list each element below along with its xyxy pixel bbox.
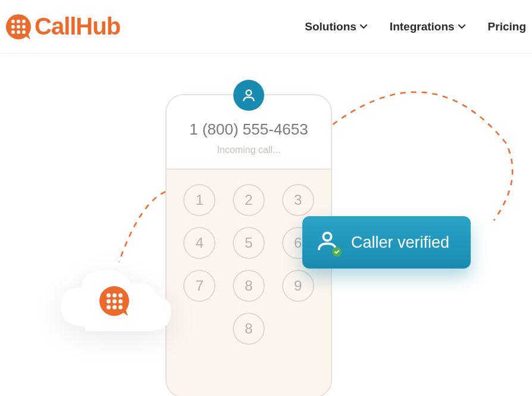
badge-label: Caller verified [351,233,449,252]
key-1[interactable]: 1 [183,184,215,216]
phone-number: 1 (800) 555-4653 [167,120,331,139]
chevron-down-icon [458,24,465,29]
nav-solutions[interactable]: Solutions [305,20,367,33]
key-2[interactable]: 2 [233,184,265,216]
key-last[interactable]: 8 [233,313,265,345]
hero-area: 1 (800) 555-4653 Incoming call... 1 2 3 … [0,54,532,390]
nav-label: Pricing [488,20,526,33]
checkmark-icon [332,247,342,257]
logo-text: CallHub [35,13,120,40]
chevron-down-icon [360,24,367,29]
dialpad-bubble-icon [6,14,31,39]
nav-integrations[interactable]: Integrations [390,20,465,33]
nav-label: Integrations [390,20,455,33]
main-nav: Solutions Integrations Pricing [305,20,526,33]
nav-pricing[interactable]: Pricing [488,20,526,33]
key-9[interactable]: 9 [282,270,314,302]
person-icon [233,80,264,111]
svg-point-1 [323,233,331,241]
cloud-bubble [55,261,174,338]
key-3[interactable]: 3 [282,184,314,216]
key-5[interactable]: 5 [233,227,265,259]
logo[interactable]: CallHub [6,13,120,40]
dialpad-bubble-icon [99,286,129,316]
key-8[interactable]: 8 [233,270,265,302]
header: CallHub Solutions Integrations Pricing [0,0,532,54]
nav-label: Solutions [305,20,356,33]
key-7[interactable]: 7 [183,270,215,302]
person-verified-icon [315,229,339,255]
dashed-connector-right [321,71,532,226]
key-4[interactable]: 4 [183,227,215,259]
caller-verified-badge: Caller verified [302,216,471,269]
svg-point-0 [246,90,252,95]
call-status: Incoming call... [167,145,331,155]
